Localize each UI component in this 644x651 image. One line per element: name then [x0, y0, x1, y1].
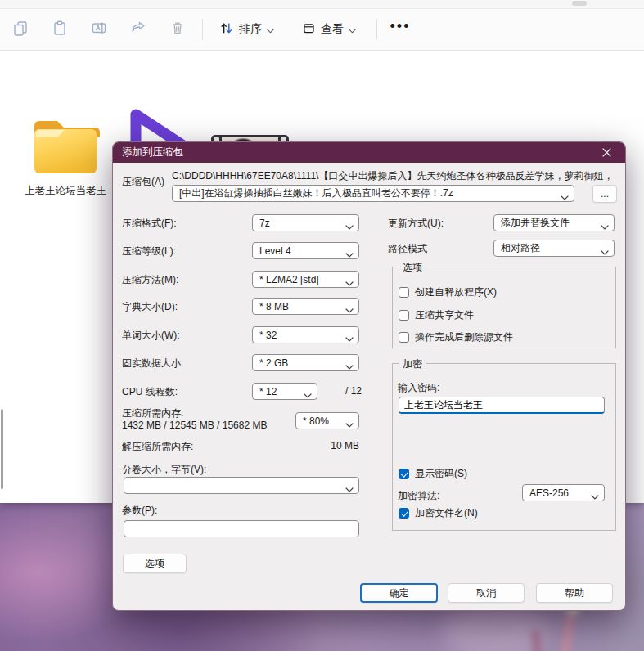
browse-button[interactable]: ... [592, 185, 617, 203]
chevron-down-icon [601, 221, 609, 232]
sort-button[interactable]: 排序 [211, 15, 281, 44]
checkbox[interactable] [399, 469, 409, 479]
memory-percent-combobox[interactable]: * 80% [295, 412, 359, 429]
share-button[interactable] [124, 15, 153, 44]
trash-icon [169, 20, 186, 39]
level-label: 压缩等级(L): [122, 245, 176, 258]
cpu-threads-total: / 12 [345, 385, 362, 397]
chevron-down-icon [349, 23, 356, 36]
dictionary-label: 字典大小(D): [122, 300, 178, 314]
dialog-title: 添加到压缩包 [122, 146, 183, 159]
create-sfx-checkbox-row[interactable]: 创建自释放程序(X) [399, 285, 497, 299]
format-label: 压缩格式(F): [122, 217, 177, 231]
folder-tile[interactable] [31, 114, 100, 180]
parameters-label: 参数(P): [122, 504, 157, 518]
level-combobox[interactable]: Level 4 [252, 242, 359, 259]
close-button[interactable] [594, 145, 619, 160]
chevron-down-icon [345, 277, 354, 289]
toolbar-divider [376, 19, 377, 40]
delete-after-checkbox-row[interactable]: 操作完成后删除源文件 [399, 330, 513, 344]
checkbox[interactable] [399, 310, 409, 321]
format-combobox[interactable]: 7z [252, 214, 359, 231]
decompress-memory-value: 10 MB [301, 440, 359, 451]
encryption-group-legend: 加密 [399, 357, 426, 371]
method-label: 压缩方法(M): [122, 273, 178, 287]
compress-shared-checkbox-row[interactable]: 压缩共享文件 [399, 308, 474, 322]
archive-label: 压缩包(A) [122, 175, 164, 189]
archive-name-combobox[interactable]: [中出]在浴缸爆操抽插白丝嫩妹！后入极品直叫老公不要停！.7z [172, 185, 574, 202]
dialog-titlebar[interactable]: 添加到压缩包 [113, 142, 625, 163]
update-mode-combobox[interactable]: 添加并替换文件 [493, 214, 615, 231]
view-label: 查看 [321, 22, 344, 37]
word-size-label: 单词大小(W): [122, 329, 180, 343]
decompress-memory-label: 解压缩所需内存: [122, 440, 193, 454]
help-button[interactable]: 帮助 [536, 583, 613, 603]
checkbox[interactable] [399, 332, 409, 343]
cpu-threads-label: CPU 线程数: [122, 385, 178, 399]
paste-button[interactable] [45, 15, 74, 44]
delete-button[interactable] [163, 15, 192, 44]
folder-name-label: 上老王论坛当老王 [23, 185, 108, 197]
paste-icon [52, 20, 68, 39]
memory-usage-detail: 1432 MB / 12545 MB / 15682 MB [122, 420, 267, 431]
archive-directory-path: C:\DDDD\HHHH\67EE70A8\1111\【口交中出爆操后入】先天约… [172, 169, 620, 183]
path-mode-label: 路径模式 [388, 242, 427, 256]
chevron-down-icon [591, 491, 599, 502]
encryption-method-combobox[interactable]: AES-256 [522, 484, 605, 501]
address-bar-thumb [572, 1, 587, 6]
chevron-down-icon [345, 333, 354, 344]
chevron-down-icon [345, 304, 354, 316]
chevron-down-icon [304, 389, 312, 401]
share-icon [130, 20, 146, 39]
chevron-down-icon [345, 419, 354, 430]
toolbar-divider [202, 19, 203, 40]
encryption-method-label: 加密算法: [398, 489, 439, 503]
view-button[interactable]: 查看 [295, 15, 363, 44]
parameters-input[interactable] [124, 520, 359, 537]
cancel-button[interactable]: 取消 [448, 583, 525, 603]
scrollbar[interactable] [1, 409, 3, 489]
volume-size-combobox[interactable] [124, 477, 359, 494]
volume-size-label: 分卷大小，字节(V): [122, 463, 206, 477]
folder-icon [31, 165, 100, 179]
add-to-archive-dialog: 添加到压缩包 压缩包(A) C:\DDDD\HHHH\67EE70A8\1111… [112, 141, 626, 611]
method-combobox[interactable]: * LZMA2 [std] [252, 271, 359, 288]
options-button[interactable]: 选项 [123, 554, 187, 573]
rename-icon [91, 20, 107, 39]
address-bar-strip [0, 0, 644, 9]
explorer-toolbar: 排序 查看 ••• [0, 9, 644, 51]
close-icon [602, 146, 611, 160]
rename-button[interactable] [84, 15, 114, 44]
solid-size-combobox[interactable]: * 2 GB [252, 354, 359, 371]
wallpaper-flower-stem [560, 612, 575, 651]
copy-button[interactable] [6, 15, 35, 44]
dictionary-combobox[interactable]: * 8 MB [252, 298, 359, 315]
chevron-down-icon [561, 191, 569, 203]
sort-arrows-icon [218, 20, 234, 38]
chevron-down-icon [345, 483, 354, 495]
path-mode-combobox[interactable]: 相对路径 [493, 240, 615, 257]
view-icon [302, 21, 316, 38]
memory-usage-label: 压缩所需内存: [122, 406, 183, 420]
chevron-down-icon [345, 249, 354, 260]
cpu-threads-combobox[interactable]: * 12 [252, 383, 317, 400]
checkbox[interactable] [399, 508, 409, 519]
options-group-legend: 选项 [399, 261, 426, 275]
checkbox[interactable] [399, 287, 409, 298]
chevron-down-icon [267, 23, 274, 36]
sort-label: 排序 [239, 22, 262, 37]
word-size-combobox[interactable]: * 32 [252, 326, 359, 343]
password-label: 输入密码: [398, 381, 439, 395]
password-input[interactable] [399, 397, 605, 414]
ok-button[interactable]: 确定 [360, 583, 438, 603]
more-options-button[interactable]: ••• [385, 15, 415, 44]
copy-icon [12, 20, 29, 39]
chevron-down-icon [345, 361, 354, 372]
encrypt-filenames-checkbox-row[interactable]: 加密文件名(N) [399, 506, 478, 520]
chevron-down-icon [345, 221, 354, 232]
chevron-down-icon [601, 246, 609, 258]
solid-size-label: 固实数据大小: [122, 357, 183, 370]
show-password-checkbox-row[interactable]: 显示密码(S) [399, 467, 467, 481]
ellipsis-icon: ••• [390, 22, 411, 37]
update-mode-label: 更新方式(U): [388, 217, 444, 231]
